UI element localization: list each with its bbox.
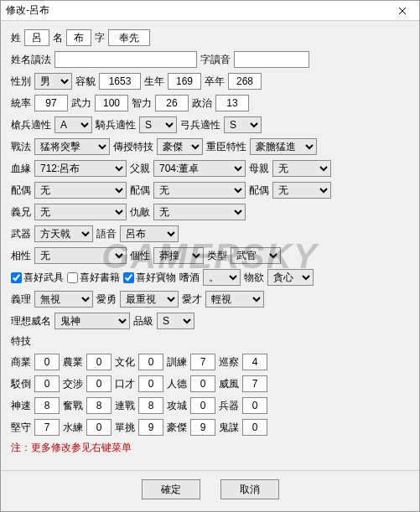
minister-select[interactable]: 豪膽猛進 — [250, 138, 317, 155]
strategy-select[interactable]: 猛将突擊 — [34, 138, 110, 155]
like-treasure-input[interactable] — [123, 272, 134, 283]
surname-input[interactable] — [24, 29, 49, 46]
mother-select[interactable]: 无 — [272, 160, 331, 177]
appearance-input[interactable] — [99, 73, 141, 90]
birth-label: 生年 — [144, 75, 164, 89]
row-note: 注：更多修改参见右键菜单 — [11, 441, 409, 455]
compat-select[interactable]: 无 — [34, 247, 127, 264]
spear-select[interactable]: A — [54, 116, 92, 133]
like-books-checkbox[interactable]: 喜好書籍 — [67, 271, 120, 285]
skill-commerce-label: 商業 — [11, 355, 31, 370]
cavalry-select[interactable]: S — [139, 116, 177, 133]
skill-majesty-input[interactable] — [242, 375, 267, 392]
type-label: 类型 — [207, 249, 227, 263]
voice-label: 語音 — [96, 227, 117, 241]
zi-input[interactable] — [108, 29, 150, 46]
leadership-input[interactable] — [34, 95, 68, 111]
spouse2-label: 配偶 — [130, 184, 150, 198]
like-books-label: 喜好書籍 — [80, 271, 120, 285]
strength-input[interactable] — [95, 95, 128, 111]
skill-fight-input[interactable] — [86, 397, 111, 414]
yi-select[interactable]: 無視 — [34, 291, 93, 308]
intelligence-input[interactable] — [155, 95, 189, 111]
skill-scheme-input[interactable] — [242, 419, 267, 436]
type-select[interactable]: 武官 — [231, 247, 281, 264]
row-gender: 性別 男 容貌 生年 卒年 — [11, 73, 409, 90]
skill-refute-input[interactable] — [34, 375, 60, 392]
intelligence-label: 智力 — [132, 96, 152, 111]
skill-agriculture-label: 農業 — [63, 355, 83, 370]
skill-hero-input[interactable] — [190, 419, 215, 436]
politics-input[interactable] — [215, 95, 249, 111]
skill-agriculture-input[interactable] — [86, 354, 111, 370]
cancel-button[interactable]: 取消 — [220, 479, 279, 499]
birth-input[interactable] — [168, 73, 201, 90]
gender-select[interactable]: 男 — [34, 73, 72, 90]
blood-select[interactable]: 712:呂布 — [34, 160, 127, 177]
skill-virtue-input[interactable] — [190, 375, 215, 392]
spouse2-select[interactable]: 无 — [153, 182, 246, 199]
row-compat: 相性 无 個性 莽撞 类型 武官 — [11, 247, 409, 264]
skill-speed-input[interactable] — [34, 397, 60, 414]
reading-input[interactable] — [54, 51, 197, 68]
skill-eloquence-input[interactable] — [138, 375, 163, 392]
father-select[interactable]: 704:董卓 — [153, 160, 246, 177]
mother-label: 母親 — [249, 162, 269, 176]
skill-training-label: 訓練 — [167, 355, 187, 370]
skill-chain-input[interactable] — [138, 397, 163, 414]
drink-label: 嗜酒 — [179, 271, 200, 285]
skill-training-input[interactable] — [190, 354, 215, 370]
minister-label: 重臣特性 — [206, 140, 246, 154]
desire-select[interactable]: 貪心 — [267, 269, 314, 286]
drink-select[interactable]: 。 — [203, 269, 241, 286]
skill-siege-input[interactable] — [190, 397, 215, 414]
skill-weapon-input[interactable] — [242, 397, 267, 414]
spouse3-label: 配偶 — [249, 184, 269, 198]
skill-negotiate-input[interactable] — [86, 375, 111, 392]
zi-reading-input[interactable] — [234, 51, 309, 68]
skill-defend-label: 堅守 — [11, 421, 31, 435]
row-family3: 義兄 无 仇敵 无 — [11, 204, 409, 220]
ok-button[interactable]: 確定 — [142, 479, 200, 499]
skill-defend-input[interactable] — [34, 419, 60, 436]
dialog-window: 修改-呂布 姓 名 字 姓名讀法 字讀音 性別 男 容貌 生年 卒年 — [0, 0, 420, 512]
name-input[interactable] — [66, 29, 91, 46]
row-weapon: 武器 方天戟 語音 呂布 — [11, 225, 409, 242]
spouse3-select[interactable]: 无 — [272, 182, 331, 199]
row-skills-2: 駁倒 交涉 口才 人德 威風 — [11, 375, 409, 392]
talent-select[interactable]: 輕視 — [205, 291, 264, 308]
like-weapons-input[interactable] — [11, 272, 22, 283]
leadership-label: 統率 — [11, 96, 31, 111]
titlebar: 修改-呂布 — [1, 1, 419, 21]
death-input[interactable] — [228, 73, 262, 90]
skill-refute-label: 駁倒 — [11, 377, 31, 391]
like-weapons-checkbox[interactable]: 喜好武具 — [11, 271, 64, 285]
brother-select[interactable]: 无 — [34, 204, 127, 220]
row-skills-4: 堅守 水練 單挑 豪傑 鬼謀 — [11, 419, 409, 436]
skill-siege-label: 攻城 — [167, 399, 187, 413]
teach-label: 傳授特技 — [113, 140, 153, 154]
skill-scheme-label: 鬼謀 — [219, 421, 239, 435]
skill-naval-input[interactable] — [86, 419, 111, 436]
close-button[interactable] — [386, 1, 419, 21]
weapon-select[interactable]: 方天戟 — [34, 225, 93, 242]
spouse1-select[interactable]: 无 — [34, 182, 127, 199]
skill-patrol-input[interactable] — [242, 354, 267, 370]
brave-select[interactable]: 最重視 — [120, 291, 179, 308]
rank-select[interactable]: S — [157, 313, 194, 329]
skill-duel-input[interactable] — [138, 419, 163, 436]
bow-select[interactable]: S — [224, 116, 262, 133]
personality-select[interactable]: 莽撞 — [153, 247, 204, 264]
ideal-select[interactable]: 鬼神 — [54, 313, 130, 329]
skills-header: 特技 — [11, 334, 31, 349]
teach-select[interactable]: 豪傑 — [157, 138, 203, 155]
voice-select[interactable]: 呂布 — [120, 225, 179, 242]
skill-commerce-input[interactable] — [34, 354, 60, 370]
like-books-input[interactable] — [67, 272, 78, 283]
skill-culture-input[interactable] — [138, 354, 163, 370]
strength-label: 武力 — [71, 96, 91, 111]
dialog-footer: 確定 取消 — [1, 470, 419, 511]
cavalry-label: 騎兵適性 — [96, 118, 136, 132]
enemy-select[interactable]: 无 — [153, 204, 246, 220]
like-treasure-checkbox[interactable]: 喜好寶物 — [123, 271, 176, 285]
